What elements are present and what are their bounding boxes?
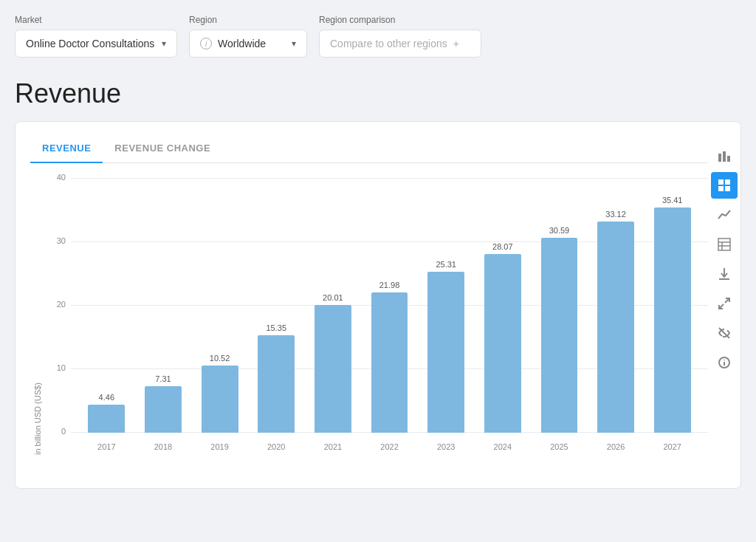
bar-chart-icon[interactable] (711, 143, 738, 169)
bar-group[interactable]: 7.31 (135, 178, 192, 433)
chart-main: REVENUE REVENUE CHANGE 403020100 4.467.3… (30, 137, 708, 473)
bar-group[interactable]: 33.12 (588, 178, 645, 433)
expand-icon[interactable] (711, 290, 738, 317)
bar-group[interactable]: 15.35 (248, 178, 305, 433)
svg-rect-6 (725, 186, 730, 191)
section-title: Revenue (15, 78, 741, 109)
line-chart-icon[interactable] (711, 202, 738, 228)
bar[interactable] (315, 305, 351, 433)
svg-point-18 (724, 360, 725, 361)
bar-group[interactable]: 30.59 (531, 178, 588, 433)
bar[interactable] (202, 366, 238, 433)
bar-value-label: 28.07 (492, 242, 513, 251)
comparison-select[interactable]: Compare to other regions + (319, 30, 481, 58)
bar[interactable] (597, 222, 634, 433)
region-info-icon: i (200, 38, 212, 49)
chart-inner: 403020100 4.467.3110.5215.3520.0121.9825… (71, 178, 708, 451)
chart-area: 403020100 4.467.3110.5215.3520.0121.9825… (30, 178, 708, 473)
bar-value-label: 4.46 (99, 393, 114, 402)
chart-tabs: REVENUE REVENUE CHANGE (30, 137, 708, 163)
market-selected-value: Online Doctor Consultations (26, 38, 154, 49)
tab-revenue[interactable]: REVENUE (30, 137, 103, 162)
comparison-label: Region comparison (319, 15, 481, 25)
market-label: Market (15, 15, 177, 25)
bar[interactable] (427, 272, 464, 433)
region-chevron-icon: ▾ (292, 38, 296, 49)
region-select[interactable]: i Worldwide ▾ (189, 30, 307, 58)
bar-value-label: 25.31 (436, 260, 456, 269)
market-chevron-icon: ▾ (162, 38, 166, 49)
svg-rect-4 (725, 179, 730, 185)
x-axis-label: 2018 (135, 438, 192, 451)
download-icon[interactable] (711, 261, 738, 287)
bar[interactable] (145, 386, 182, 433)
bars-container: 4.467.3110.5215.3520.0121.9825.3128.0730… (71, 178, 708, 433)
x-axis-label: 2017 (78, 438, 135, 451)
bar[interactable] (371, 292, 408, 433)
bar-group[interactable]: 20.01 (305, 178, 362, 433)
hide-icon[interactable] (711, 320, 738, 346)
x-axis-label: 2020 (248, 438, 305, 451)
chart-card: REVENUE REVENUE CHANGE 403020100 4.467.3… (15, 121, 741, 489)
region-selected-value: Worldwide (218, 38, 266, 49)
y-axis-label: in billion USD (US$) (33, 178, 42, 455)
table-icon[interactable] (711, 231, 738, 258)
comparison-plus-icon: + (453, 38, 459, 49)
x-axis-label: 2023 (418, 438, 475, 451)
x-axis-label: 2026 (588, 438, 645, 451)
svg-rect-7 (718, 239, 730, 250)
bar[interactable] (484, 254, 521, 433)
svg-rect-0 (718, 154, 721, 162)
market-filter-group: Market Online Doctor Consultations ▾ (15, 15, 177, 58)
svg-rect-5 (718, 186, 724, 191)
info-icon[interactable] (711, 349, 738, 376)
grid-chart-icon[interactable] (711, 172, 738, 199)
bar-value-label: 35.41 (662, 196, 683, 205)
bar-group[interactable]: 10.52 (191, 178, 248, 433)
x-axis-label: 2022 (361, 438, 418, 451)
x-axis-label: 2027 (644, 438, 701, 451)
filter-bar: Market Online Doctor Consultations ▾ Reg… (15, 15, 741, 58)
bar[interactable] (541, 238, 578, 433)
bar-group[interactable]: 4.46 (78, 178, 135, 433)
sidebar-icons (708, 137, 740, 473)
bar-group[interactable]: 28.07 (474, 178, 531, 433)
region-filter-group: Region i Worldwide ▾ (189, 15, 307, 58)
bar-value-label: 15.35 (266, 323, 286, 332)
svg-rect-2 (727, 156, 730, 162)
x-axis-label: 2019 (191, 438, 248, 451)
bar-value-label: 30.59 (549, 226, 570, 235)
x-axis: 2017201820192020202120222023202420252026… (71, 438, 708, 451)
bar-value-label: 7.31 (155, 374, 171, 383)
market-select[interactable]: Online Doctor Consultations ▾ (15, 30, 177, 58)
bar-value-label: 10.52 (210, 354, 230, 363)
bar-value-label: 33.12 (605, 210, 626, 219)
comparison-filter-group: Region comparison Compare to other regio… (319, 15, 481, 58)
bar-group[interactable]: 35.41 (644, 178, 701, 433)
comparison-placeholder: Compare to other regions (330, 38, 447, 49)
bar-value-label: 21.98 (379, 281, 400, 289)
bar-group[interactable]: 25.31 (418, 178, 475, 433)
bar-group[interactable]: 21.98 (361, 178, 418, 433)
bar[interactable] (654, 207, 691, 433)
region-label: Region (189, 15, 307, 25)
x-axis-label: 2021 (305, 438, 362, 451)
bar-value-label: 20.01 (323, 293, 343, 302)
svg-rect-1 (723, 151, 726, 162)
bar[interactable] (88, 405, 125, 433)
x-axis-label: 2025 (531, 438, 588, 451)
tab-revenue-change[interactable]: REVENUE CHANGE (103, 137, 222, 162)
x-axis-label: 2024 (474, 438, 531, 451)
svg-rect-3 (718, 179, 724, 185)
bar[interactable] (258, 335, 295, 433)
